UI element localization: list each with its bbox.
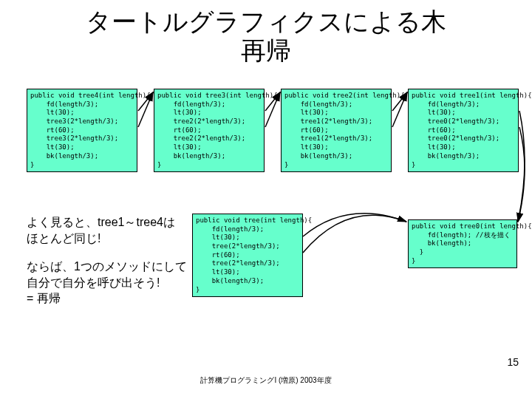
code-tree: public void tree(int length){ fd(length/… bbox=[192, 214, 303, 297]
code-tree2: public void tree2(int length){ fd(length… bbox=[281, 89, 392, 172]
code-tree3: public void tree3(int length){ fd(length… bbox=[154, 89, 265, 172]
page-number: 15 bbox=[507, 356, 519, 368]
code-tree1: public void tree1(int length){ fd(length… bbox=[408, 89, 519, 172]
code-tree0: public void tree0(int length){ fd(length… bbox=[408, 219, 517, 268]
title-line2: 再帰 bbox=[241, 36, 291, 64]
slide-title: タートルグラフィクスによる木 再帰 bbox=[0, 0, 532, 65]
code-tree4: public void tree4(int length){ fd(length… bbox=[27, 89, 137, 172]
title-line1: タートルグラフィクスによる木 bbox=[86, 7, 446, 35]
note-recursion: ならば、1つのメソッドにして自分で自分を呼び出そう!= 再帰 bbox=[27, 259, 187, 307]
footer-text: 計算機プログラミングI (増原) 2003年度 bbox=[0, 375, 532, 386]
note-similar: よく見ると、tree1～tree4はほとんど同じ! bbox=[27, 214, 175, 246]
